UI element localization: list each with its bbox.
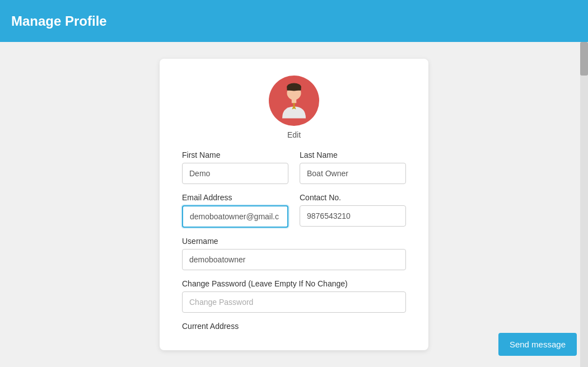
svg-rect-2 — [287, 86, 301, 90]
password-input[interactable] — [182, 291, 406, 313]
scrollbar-track[interactable] — [580, 42, 588, 367]
contact-input[interactable] — [300, 205, 406, 227]
scrollbar-thumb[interactable] — [580, 42, 588, 76]
address-row: Current Address — [182, 322, 406, 334]
address-group: Current Address — [182, 322, 406, 334]
contact-group: Contact No. — [300, 193, 406, 228]
avatar-section: Edit — [182, 76, 406, 139]
username-label: Username — [182, 237, 406, 246]
avatar[interactable] — [269, 76, 319, 126]
svg-marker-4 — [292, 104, 296, 110]
username-group: Username — [182, 237, 406, 270]
svg-rect-3 — [292, 99, 296, 103]
avatar-person-icon — [274, 81, 314, 120]
svg-rect-5 — [293, 103, 295, 105]
password-group: Change Password (Leave Empty If No Chang… — [182, 279, 406, 313]
header: Manage Profile — [0, 0, 588, 42]
email-contact-row: Email Address Contact No. — [182, 193, 406, 228]
email-label: Email Address — [182, 193, 288, 202]
last-name-input[interactable] — [300, 163, 406, 184]
email-group: Email Address — [182, 193, 288, 228]
password-row: Change Password (Leave Empty If No Chang… — [182, 279, 406, 313]
send-message-button[interactable]: Send message — [498, 333, 577, 356]
contact-label: Contact No. — [300, 193, 406, 202]
edit-label[interactable]: Edit — [287, 130, 301, 139]
name-row: First Name Last Name — [182, 150, 406, 184]
username-input[interactable] — [182, 249, 406, 270]
first-name-group: First Name — [182, 150, 288, 184]
last-name-group: Last Name — [300, 150, 406, 184]
address-label: Current Address — [182, 322, 406, 331]
email-input[interactable] — [182, 205, 288, 228]
first-name-input[interactable] — [182, 163, 288, 184]
username-row: Username — [182, 237, 406, 270]
main-content: Edit First Name Last Name Email Address … — [0, 42, 588, 367]
password-label: Change Password (Leave Empty If No Chang… — [182, 279, 406, 288]
profile-card: Edit First Name Last Name Email Address … — [160, 59, 428, 350]
last-name-label: Last Name — [300, 150, 406, 159]
first-name-label: First Name — [182, 150, 288, 159]
page-title: Manage Profile — [11, 13, 107, 29]
